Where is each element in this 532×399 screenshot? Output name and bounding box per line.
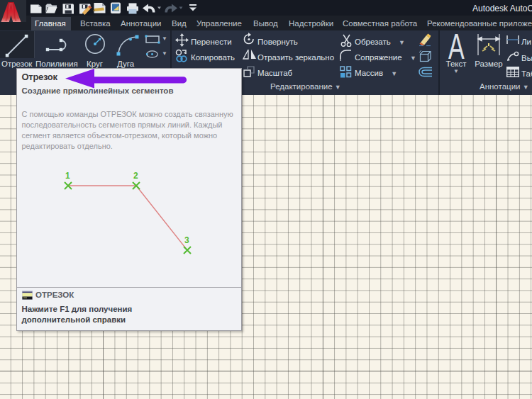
svg-text:1: 1: [65, 171, 70, 181]
svg-text:3: 3: [184, 235, 189, 245]
svg-text:2: 2: [133, 171, 138, 181]
